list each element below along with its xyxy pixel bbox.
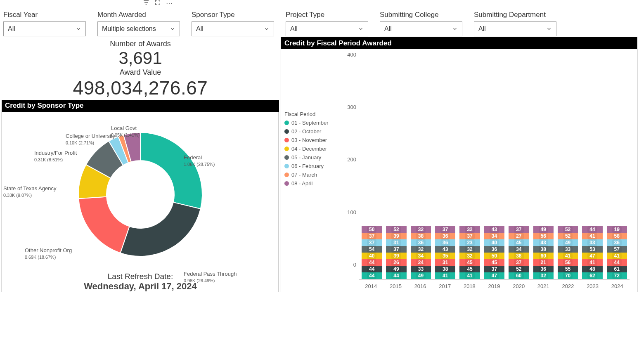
bar-segment[interactable]: 60 [509, 272, 529, 279]
bar-segment[interactable]: 24 [411, 259, 431, 266]
bar-column[interactable]: 4145453232233732 [459, 226, 480, 279]
bar-segment[interactable]: 19 [607, 226, 627, 233]
bar-segment[interactable]: 50 [484, 253, 504, 259]
bar-segment[interactable]: 43 [435, 246, 455, 253]
bar-segment[interactable]: 37 [386, 246, 406, 253]
bar-segment[interactable]: 36 [411, 239, 431, 246]
bar-segment[interactable]: 62 [582, 272, 602, 279]
bar-segment[interactable]: 38 [435, 266, 455, 272]
bar-segment[interactable]: 36 [484, 246, 504, 253]
bar-segment[interactable]: 56 [558, 259, 578, 266]
donut-slice[interactable] [121, 202, 201, 256]
filter-select-month-awarded[interactable]: Multiple selections [97, 21, 180, 36]
filter-select-fiscal-year[interactable]: All [3, 21, 86, 36]
bar-segment[interactable]: 36 [435, 233, 455, 239]
bar-column[interactable]: 7261444157365819 [607, 226, 627, 279]
bar-segment[interactable]: 45 [459, 259, 480, 266]
legend-item[interactable]: 03 - November [284, 137, 342, 143]
bar-segment[interactable]: 49 [533, 226, 554, 233]
bar-segment[interactable]: 44 [386, 272, 406, 279]
bar-segment[interactable]: 55 [558, 266, 578, 272]
bar-segment[interactable]: 34 [411, 253, 431, 259]
bar-column[interactable]: 3236216038435649 [533, 226, 554, 279]
bar-segment[interactable]: 32 [459, 226, 480, 233]
bar-segment[interactable]: 41 [582, 233, 602, 239]
more-icon[interactable]: ⋯ [166, 0, 173, 7]
bar-column[interactable]: 4737455036403443 [484, 226, 504, 279]
bar-segment[interactable]: 37 [459, 233, 480, 239]
bar-segment[interactable]: 44 [607, 259, 627, 266]
bar-segment[interactable]: 37 [509, 226, 529, 233]
bar-column[interactable]: 6052373834452737 [509, 226, 529, 279]
bar-column[interactable]: 4444444054373750 [362, 226, 382, 279]
bar-segment[interactable]: 31 [386, 239, 406, 246]
bar-segment[interactable]: 39 [386, 253, 406, 259]
legend-item[interactable]: 06 - February [284, 163, 342, 169]
bar-segment[interactable]: 32 [533, 272, 554, 279]
filter-select-submitting-college[interactable]: All [380, 21, 462, 36]
bar-segment[interactable]: 34 [509, 246, 529, 253]
bar-column[interactable]: 4933243432363832 [411, 226, 431, 279]
bar-segment[interactable]: 33 [411, 266, 431, 272]
bar-segment[interactable]: 35 [435, 253, 455, 259]
bar-segment[interactable]: 56 [533, 233, 554, 239]
bar-chart[interactable]: Fiscal Period01 - September02 - October0… [281, 49, 637, 292]
bar-segment[interactable]: 49 [411, 272, 431, 279]
bar-segment[interactable]: 49 [386, 266, 406, 272]
bar-segment[interactable]: 38 [411, 233, 431, 239]
bar-segment[interactable]: 44 [582, 226, 602, 233]
bar-segment[interactable]: 37 [509, 259, 529, 266]
bar-column[interactable]: 7055564133495252 [558, 226, 578, 279]
filter-select-submitting-department[interactable]: All [474, 21, 556, 36]
bar-segment[interactable]: 41 [607, 253, 627, 259]
bar-segment[interactable]: 39 [386, 233, 406, 239]
bar-segment[interactable]: 26 [386, 259, 406, 266]
filter-select-project-type[interactable]: All [286, 21, 368, 36]
bar-segment[interactable]: 41 [459, 272, 480, 279]
bar-segment[interactable]: 37 [435, 226, 455, 233]
bar-column[interactable]: 4138313543363637 [435, 226, 455, 279]
bar-column[interactable]: 4449263937313952 [386, 226, 406, 279]
bar-segment[interactable]: 36 [607, 239, 627, 246]
filter-select-sponsor-type[interactable]: All [192, 21, 274, 36]
bar-segment[interactable]: 52 [558, 233, 578, 239]
bar-segment[interactable]: 37 [484, 266, 504, 272]
bar-segment[interactable]: 49 [558, 239, 578, 246]
bar-segment[interactable]: 45 [509, 239, 529, 246]
bar-segment[interactable]: 36 [533, 266, 554, 272]
bar-segment[interactable]: 44 [362, 272, 382, 279]
bar-segment[interactable]: 40 [362, 253, 382, 259]
bar-segment[interactable]: 31 [435, 259, 455, 266]
filter-icon[interactable] [143, 0, 149, 7]
bar-segment[interactable]: 41 [582, 259, 602, 266]
bar-segment[interactable]: 47 [484, 272, 504, 279]
bar-segment[interactable]: 21 [533, 259, 554, 266]
bar-segment[interactable]: 36 [435, 239, 455, 246]
bar-segment[interactable]: 43 [533, 239, 554, 246]
bar-segment[interactable]: 58 [607, 233, 627, 239]
bar-segment[interactable]: 32 [459, 246, 480, 253]
bar-segment[interactable]: 41 [558, 253, 578, 259]
bar-segment[interactable]: 27 [509, 233, 529, 239]
donut-chart[interactable]: Federal1.06K (28.75%)Federal Pass Throug… [2, 111, 279, 269]
bar-segment[interactable]: 37 [362, 239, 382, 246]
bar-segment[interactable]: 38 [533, 246, 554, 253]
bar-segment[interactable]: 48 [582, 266, 602, 272]
legend-item[interactable]: 02 - October [284, 128, 342, 135]
bar-segment[interactable]: 70 [558, 272, 578, 279]
bar-segment[interactable]: 32 [411, 226, 431, 233]
bar-segment[interactable]: 72 [607, 272, 627, 279]
bar-segment[interactable]: 43 [484, 226, 504, 233]
bar-segment[interactable]: 37 [362, 233, 382, 239]
bar-segment[interactable]: 40 [484, 239, 504, 246]
bar-segment[interactable]: 45 [459, 266, 480, 272]
bar-segment[interactable]: 34 [484, 233, 504, 239]
legend-item[interactable]: 07 - March [284, 172, 342, 178]
donut-slice[interactable] [78, 197, 129, 253]
bar-segment[interactable]: 50 [362, 226, 382, 233]
bar-segment[interactable]: 23 [459, 239, 480, 246]
bar-segment[interactable]: 32 [459, 253, 480, 259]
bar-segment[interactable]: 41 [435, 272, 455, 279]
donut-slice[interactable] [140, 132, 202, 209]
bar-segment[interactable]: 54 [362, 246, 382, 253]
